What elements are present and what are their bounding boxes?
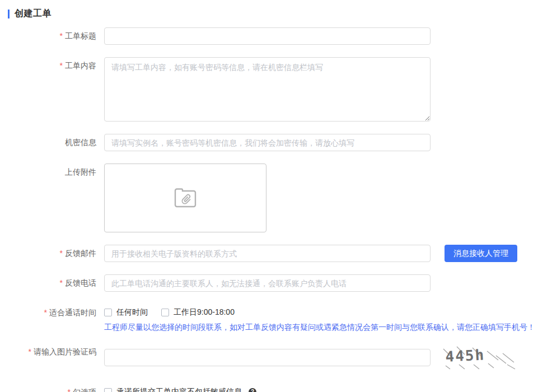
agree-label: *勾选项 [8,384,104,392]
feedback-email-label: *反馈邮件 [8,245,104,262]
row-agree: *勾选项 承诺所提交工单内容不包括敏感信息 ? [8,384,538,392]
captcha-input[interactable] [104,349,431,366]
feedback-phone-label: *反馈电话 [8,274,104,291]
anytime-label[interactable]: 任何时间 [116,307,148,318]
required-asterisk: * [68,388,71,392]
workday-label[interactable]: 工作日9:00-18:00 [174,307,235,318]
row-ticket-content: *工单内容 [8,57,538,122]
ticket-content-label: *工单内容 [8,57,104,74]
message-receiver-manage-button[interactable]: 消息接收人管理 [445,245,517,262]
row-ticket-title: *工单标题 [8,27,538,45]
anytime-checkbox[interactable] [104,309,112,316]
required-asterisk: * [44,308,47,317]
required-asterisk: * [60,249,63,258]
call-time-label: *适合通话时间 [8,304,104,321]
secret-info-input[interactable] [104,134,431,151]
option-workday: 工作日9:00-18:00 [161,307,235,318]
create-ticket-form: *工单标题 *工单内容 机密信息 [8,27,538,392]
feedback-email-input[interactable] [104,245,431,262]
workday-checkbox[interactable] [161,309,169,316]
question-mark-icon[interactable]: ? [249,388,256,392]
page-header: 创建工单 [8,8,538,20]
title-accent-bar [8,10,10,18]
row-captcha: *请输入图片验证码 [8,343,538,371]
folder-paperclip-icon [171,184,199,212]
row-upload-attachment: 上传附件 [8,164,538,232]
required-asterisk: * [60,31,63,40]
page-title: 创建工单 [15,8,52,20]
agree-option-label[interactable]: 承诺所提交工单内容不包括敏感信息 [116,387,242,392]
feedback-phone-input[interactable] [104,274,431,292]
required-asterisk: * [60,61,63,70]
agree-checkbox[interactable] [104,388,112,392]
required-asterisk: * [60,278,63,287]
create-ticket-page: 创建工单 *工单标题 *工单内容 机密信息 [0,0,538,392]
ticket-content-textarea[interactable] [104,57,431,122]
ticket-title-input[interactable] [104,27,431,45]
row-call-time: *适合通话时间 任何时间 工作日9:00-18:00 工程师尽量以您选择的时间段… [8,304,538,332]
row-feedback-email: *反馈邮件 消息接收人管理 [8,245,538,262]
captcha-label: *请输入图片验证码 [8,343,104,360]
call-time-options: 任何时间 工作日9:00-18:00 [104,306,248,319]
captcha-text: 445h [445,346,485,365]
required-asterisk: * [29,347,31,356]
captcha-image[interactable]: 445h [440,343,522,371]
call-time-hint: 工程师尽量以您选择的时间段联系，如对工单反馈内容有疑问或遇紧急情况会第一时间与您… [104,322,535,332]
secret-info-label: 机密信息 [8,134,104,151]
ticket-title-label: *工单标题 [8,27,104,44]
row-secret-info: 机密信息 [8,134,538,151]
upload-dropzone[interactable] [104,164,266,232]
row-feedback-phone: *反馈电话 [8,274,538,292]
option-anytime: 任何时间 [104,307,148,318]
upload-attachment-label: 上传附件 [8,164,104,180]
